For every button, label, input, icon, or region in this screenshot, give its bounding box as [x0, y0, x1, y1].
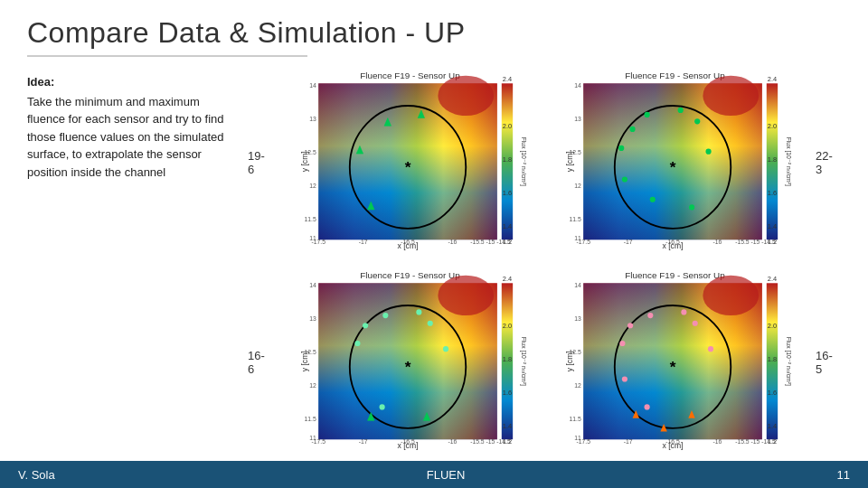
svg-text:*: *	[405, 358, 411, 376]
idea-label: Idea:	[27, 73, 235, 91]
svg-text:12.5: 12.5	[570, 150, 581, 156]
svg-text:Fluence F19 - Sensor Up: Fluence F19 - Sensor Up	[625, 71, 725, 81]
svg-text:Flux [10⁻² n₀/cm²]: Flux [10⁻² n₀/cm²]	[785, 336, 792, 385]
svg-point-77	[363, 323, 368, 328]
svg-text:1.6: 1.6	[768, 389, 777, 397]
label-16-6: 16-6	[244, 349, 273, 376]
svg-text:-15.5 -15 -14.5: -15.5 -15 -14.5	[470, 438, 511, 445]
svg-text:-16: -16	[448, 239, 458, 245]
header: Compare Data & Simulation - UP	[0, 0, 868, 64]
svg-text:-16.5: -16.5	[665, 239, 680, 245]
svg-text:-17: -17	[359, 239, 368, 245]
svg-point-115	[622, 376, 627, 381]
svg-text:13: 13	[574, 315, 581, 322]
svg-text:-17: -17	[624, 239, 633, 245]
fluence-svg-4: Fluence F19 - Sensor Up	[547, 267, 803, 457]
description-text: Take the minimum and maximum fluence for…	[27, 93, 235, 182]
left-panel: Idea: Take the minimum and maximum fluen…	[18, 64, 244, 461]
svg-text:11: 11	[309, 435, 316, 441]
header-divider	[27, 55, 307, 57]
svg-text:13: 13	[309, 117, 316, 123]
svg-point-76	[428, 320, 433, 325]
svg-text:11: 11	[574, 236, 581, 242]
label-22-3: 22-3	[812, 149, 841, 176]
svg-text:-16: -16	[713, 239, 722, 245]
svg-text:Fluence F19 - Sensor Up: Fluence F19 - Sensor Up	[360, 270, 460, 280]
svg-text:12.5: 12.5	[570, 349, 581, 355]
charts-area: 19-6 Fluence F19 - Sensor Up	[244, 64, 841, 461]
svg-text:11.5: 11.5	[570, 416, 581, 422]
svg-text:-17: -17	[624, 438, 633, 445]
svg-point-44	[622, 177, 627, 183]
svg-text:14: 14	[309, 282, 316, 288]
svg-text:1.8: 1.8	[768, 155, 777, 164]
svg-text:-15.5 -15 -14.5: -15.5 -15 -14.5	[735, 239, 776, 245]
svg-text:12: 12	[574, 183, 581, 190]
svg-text:13: 13	[574, 117, 581, 123]
svg-point-106	[703, 275, 759, 314]
svg-text:12.5: 12.5	[305, 349, 316, 355]
svg-text:11.5: 11.5	[305, 217, 316, 223]
svg-text:2.4: 2.4	[768, 275, 777, 283]
svg-text:2.4: 2.4	[768, 75, 777, 83]
plot-top-right: Fluence F19 - Sensor Up	[547, 68, 803, 258]
svg-text:Flux [10⁻² n₀/cm²]: Flux [10⁻² n₀/cm²]	[520, 137, 527, 186]
svg-text:1.4: 1.4	[503, 422, 512, 430]
fluence-svg-3: Fluence F19 - Sensor Up	[282, 267, 538, 457]
svg-text:11: 11	[309, 236, 316, 242]
page-title: Compare Data & Simulation - UP	[27, 16, 841, 50]
svg-text:11.5: 11.5	[570, 217, 581, 223]
svg-text:1.8: 1.8	[768, 355, 777, 363]
top-charts-row: 19-6 Fluence F19 - Sensor Up	[244, 66, 841, 260]
main-content: Idea: Take the minimum and maximum fluen…	[0, 64, 868, 461]
svg-point-78	[443, 346, 448, 352]
svg-text:2.0: 2.0	[503, 122, 512, 130]
svg-text:2.4: 2.4	[503, 75, 512, 83]
svg-text:*: *	[670, 158, 676, 176]
svg-text:12: 12	[309, 183, 316, 190]
svg-text:-15.5 -15 -14.5: -15.5 -15 -14.5	[470, 239, 511, 245]
svg-point-41	[629, 127, 635, 132]
svg-point-3	[438, 76, 494, 116]
svg-text:1.4: 1.4	[768, 222, 777, 230]
fluence-svg-2: Fluence F19 - Sensor Up	[547, 68, 803, 258]
svg-text:1.8: 1.8	[503, 155, 512, 164]
svg-text:-16.5: -16.5	[401, 239, 415, 245]
svg-point-112	[693, 320, 698, 325]
svg-point-34	[703, 76, 759, 116]
svg-text:Flux [10⁻² n₀/cm²]: Flux [10⁻² n₀/cm²]	[520, 336, 527, 385]
svg-text:12.5: 12.5	[305, 150, 316, 156]
bottom-charts-row: 16-6 Fluence F19 - Sensor Up	[244, 266, 841, 460]
svg-text:11: 11	[574, 435, 581, 441]
page-container: Compare Data & Simulation - UP Idea: Tak…	[0, 0, 868, 488]
svg-point-74	[354, 341, 360, 346]
svg-point-114	[708, 346, 713, 352]
svg-text:12: 12	[574, 382, 581, 389]
svg-text:12: 12	[309, 382, 316, 389]
footer-page-number: 11	[837, 468, 850, 482]
svg-point-108	[647, 313, 653, 318]
svg-point-38	[618, 145, 624, 151]
svg-text:13: 13	[309, 315, 316, 322]
svg-text:-16: -16	[713, 438, 722, 445]
svg-text:1.4: 1.4	[768, 422, 777, 430]
svg-text:Fluence F19 - Sensor Up: Fluence F19 - Sensor Up	[625, 270, 725, 280]
svg-text:14: 14	[574, 282, 581, 288]
svg-text:*: *	[670, 358, 676, 376]
svg-text:-16.5: -16.5	[401, 438, 415, 445]
svg-text:2.0: 2.0	[768, 122, 777, 130]
svg-point-43	[689, 205, 694, 211]
svg-text:2.0: 2.0	[768, 321, 777, 329]
svg-point-110	[619, 341, 625, 346]
svg-text:11.5: 11.5	[305, 416, 316, 422]
label-16-5: 16-5	[812, 349, 841, 376]
svg-text:2.4: 2.4	[503, 275, 512, 283]
svg-point-111	[645, 404, 650, 409]
svg-point-73	[416, 309, 421, 314]
plot-bottom-right: Fluence F19 - Sensor Up	[547, 267, 803, 457]
footer-bar: V. Sola FLUEN 11	[0, 461, 868, 488]
label-19-6: 19-6	[244, 149, 273, 176]
svg-text:1.6: 1.6	[503, 389, 512, 397]
svg-text:*: *	[405, 158, 411, 176]
footer-author: V. Sola	[18, 468, 55, 482]
